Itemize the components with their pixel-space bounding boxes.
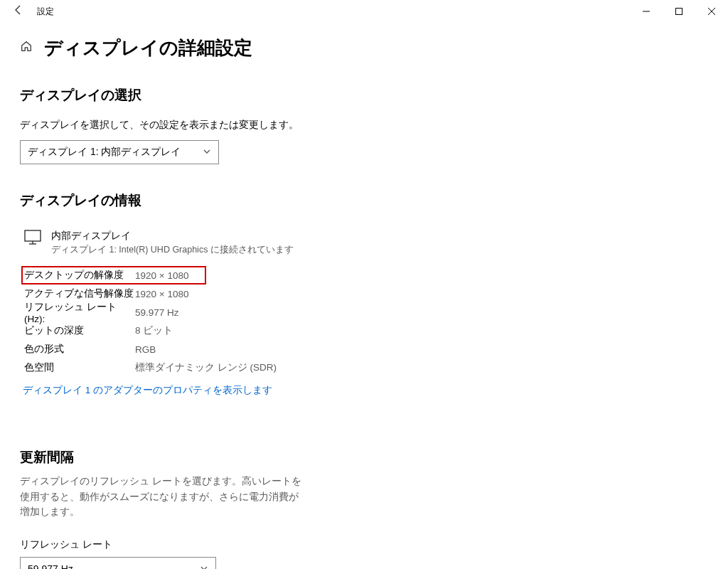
adapter-properties-link[interactable]: ディスプレイ 1 のアダプターのプロパティを表示します [23,384,272,397]
info-label: 色空間 [24,361,135,374]
info-label: デスクトップの解像度 [24,269,135,282]
info-label: アクティブな信号解像度 [24,287,135,300]
page-header: ディスプレイの詳細設定 [20,36,708,60]
table-row: 色の形式 RGB [21,340,708,358]
info-value: 59.977 Hz [135,307,179,318]
refresh-rate-label: リフレッシュ レート [20,538,708,551]
window-title: 設定 [37,6,54,18]
info-label: リフレッシュ レート (Hz): [24,301,135,324]
info-value: 8 ビット [135,324,173,337]
info-value: RGB [135,344,156,355]
table-row: デスクトップの解像度 1920 × 1080 [21,266,206,284]
chevron-down-icon [200,564,208,569]
minimize-button[interactable] [630,0,663,23]
page-title: ディスプレイの詳細設定 [44,36,252,60]
chevron-down-icon [203,147,211,157]
table-row: 色空間 標準ダイナミック レンジ (SDR) [21,358,708,377]
select-display-heading: ディスプレイの選択 [20,86,708,105]
display-select-dropdown[interactable]: ディスプレイ 1: 内部ディスプレイ [20,140,219,164]
window-controls [630,0,728,23]
info-label: 色の形式 [24,343,135,356]
info-value: 1920 × 1080 [135,289,188,299]
back-button[interactable] [6,4,31,18]
select-display-desc: ディスプレイを選択して、その設定を表示または変更します。 [20,119,708,132]
refresh-desc: ディスプレイのリフレッシュ レートを選びます。高いレートを使用すると、動作がスム… [20,474,304,520]
svg-rect-1 [676,9,682,15]
info-value: 1920 × 1080 [135,270,188,281]
monitor-icon [24,230,41,245]
display-name: 内部ディスプレイ [51,230,294,243]
maximize-button[interactable] [663,0,695,23]
table-row: ビットの深度 8 ビット [21,321,708,340]
info-value: 標準ダイナミック レンジ (SDR) [135,361,277,374]
display-info-table: デスクトップの解像度 1920 × 1080 アクティブな信号解像度 1920 … [21,266,708,377]
home-icon[interactable] [20,40,33,56]
refresh-rate-value: 59.977 Hz [28,563,73,569]
close-button[interactable] [695,0,728,23]
svg-rect-4 [25,230,41,241]
table-row: リフレッシュ レート (Hz): 59.977 Hz [21,303,708,321]
refresh-rate-dropdown[interactable]: 59.977 Hz [20,557,216,569]
content-area: ディスプレイの詳細設定 ディスプレイの選択 ディスプレイを選択して、その設定を表… [0,23,728,569]
display-select-value: ディスプレイ 1: 内部ディスプレイ [28,146,181,159]
info-label: ビットの深度 [24,324,135,337]
display-adapter-info: ディスプレイ 1: Intel(R) UHD Graphics に接続されていま… [51,244,294,256]
refresh-heading: 更新間隔 [20,448,708,467]
titlebar: 設定 [0,0,728,23]
display-info-heading: ディスプレイの情報 [20,191,708,210]
display-info-header: 内部ディスプレイ ディスプレイ 1: Intel(R) UHD Graphics… [24,230,708,256]
